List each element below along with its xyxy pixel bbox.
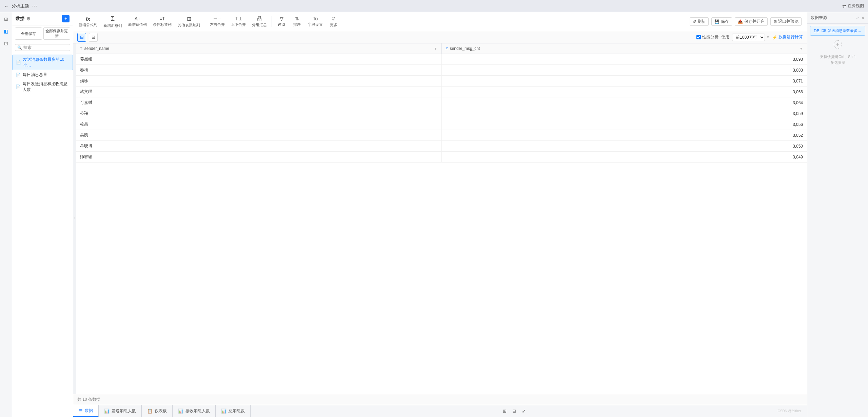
- dropdown-icon: ▼: [766, 35, 770, 39]
- add-agg-col-btn[interactable]: Σ 新增汇总列: [101, 14, 125, 30]
- table-footer: 共 10 条数据: [73, 394, 807, 405]
- table-row: 校昌3,056: [76, 119, 807, 130]
- filter-label: 过滤: [278, 22, 285, 27]
- other-icon: ⊞: [187, 16, 191, 22]
- cell-msg-cnt-7: 3,052: [441, 130, 807, 141]
- add-cond-label-btn[interactable]: ≡T 条件标签列: [150, 15, 174, 29]
- top-bar-right: ⇄ 血缘视图: [842, 3, 864, 9]
- file-item-1[interactable]: 📄 每日消息总量: [12, 70, 73, 79]
- lineage-btn[interactable]: ⇄ 血缘视图: [842, 3, 864, 9]
- filter-btn[interactable]: ▽ 过滤: [274, 15, 289, 29]
- drag-handle[interactable]: ⋮: [73, 43, 76, 394]
- tab-receive-label: 接收消息人数: [185, 408, 210, 414]
- formula-icon: fx: [86, 16, 90, 22]
- cell-msg-cnt-2: 3,071: [441, 76, 807, 87]
- table-view-btn[interactable]: ⊞: [77, 33, 86, 42]
- cell-msg-cnt-3: 3,066: [441, 87, 807, 97]
- tab-data[interactable]: ☰ 数据: [73, 405, 99, 417]
- sort-btn[interactable]: ⇅ 排序: [290, 15, 304, 29]
- sidebar-icon-data[interactable]: ◧: [2, 27, 10, 35]
- more-dots[interactable]: ⋯: [32, 3, 37, 9]
- tab-dashboard-label: 仪表板: [155, 408, 167, 414]
- sidebar-icon-home[interactable]: ⊞: [2, 15, 10, 23]
- sidebar-icon-chart[interactable]: ⊡: [2, 39, 10, 48]
- hint-sub: 多选资源: [811, 60, 865, 65]
- tab-receive-count[interactable]: 📊 接收消息人数: [173, 405, 216, 417]
- refresh-btn[interactable]: ↺ 刷新: [690, 17, 709, 26]
- merge-ud-btn[interactable]: ⊤⊥ 上下合并: [228, 15, 249, 29]
- cell-sender-name-2: 嫣珍: [76, 76, 441, 87]
- fullscreen-btn[interactable]: ⤢: [519, 407, 528, 416]
- group-summary-btn[interactable]: 品 分组汇总: [249, 14, 270, 29]
- th-sender-msg-cnt: # sender_msg_cnt ▼: [441, 43, 807, 54]
- save-btn[interactable]: 💾 保存: [711, 17, 732, 26]
- card-view-btn[interactable]: ⊟: [89, 33, 98, 42]
- add-dataset-button[interactable]: +: [62, 15, 70, 22]
- grid-view-btn[interactable]: ⊞: [500, 407, 509, 416]
- add-formula-col-btn[interactable]: fx 新增公式列: [76, 15, 100, 29]
- data-panel-title-text: 数据: [16, 16, 24, 22]
- filter-icon: ▽: [280, 16, 283, 21]
- cell-msg-cnt-6: 3,056: [441, 119, 807, 130]
- exit-preview-btn[interactable]: ⊠ 退出并预览: [770, 17, 802, 26]
- table-wrap: T sender_name ▼ # sender_msg_cnt ▼: [76, 43, 807, 394]
- exit-icon: ⊠: [773, 19, 777, 24]
- merge-lr-icon: ⊣⊢: [213, 16, 221, 21]
- group-icon: 品: [257, 16, 262, 22]
- cell-sender-name-4: 可嘉树: [76, 97, 441, 108]
- save-open-icon: 📤: [738, 19, 743, 24]
- performance-checkbox[interactable]: [696, 35, 701, 39]
- tab-dashboard[interactable]: 📋 仪表板: [142, 405, 173, 417]
- hint-title: 支持快捷键Ctrl、Shift: [811, 54, 865, 60]
- right-panel-db-item[interactable]: DB DB 发送消息条数最多的…: [810, 26, 865, 36]
- more-btn[interactable]: ☺ 更多: [326, 14, 341, 29]
- list-view-btn[interactable]: ⊟: [510, 407, 518, 416]
- rows-select[interactable]: 前1000万行 前100万行 前10万行 全部: [732, 34, 765, 41]
- cond-icon: ≡T: [159, 16, 165, 21]
- tab-send-count[interactable]: 📊 发送消息人数: [99, 405, 142, 417]
- cell-msg-cnt-1: 3,083: [441, 65, 807, 76]
- sort-icon-col0[interactable]: ▼: [434, 47, 437, 51]
- save-open-btn[interactable]: 📤 保存并开启: [735, 17, 768, 26]
- sort-icon-col1[interactable]: ▼: [800, 47, 803, 51]
- agg-icon: Σ: [111, 15, 115, 22]
- file-icon-0: 📄: [16, 60, 21, 65]
- refresh-icon: ↺: [693, 19, 696, 24]
- table-row: 养昆颉3,093: [76, 54, 807, 65]
- data-panel-settings-icon[interactable]: ⚙: [26, 16, 31, 21]
- other-label: 其他表添加列: [178, 23, 200, 28]
- add-assign-col-btn[interactable]: A+ 新增赋值列: [125, 15, 150, 29]
- db-item-label: DB 发送消息条数最多的…: [822, 28, 862, 33]
- right-panel: 数据来源 ⤢ ✕ DB DB 发送消息条数最多的… + 支持快捷键Ctrl、Sh…: [807, 12, 868, 417]
- close-icon[interactable]: ✕: [861, 16, 865, 20]
- save-all-button[interactable]: 全部保存: [15, 27, 42, 40]
- back-icon[interactable]: ←: [4, 3, 9, 9]
- table-row: 春梅3,083: [76, 65, 807, 76]
- file-item-0[interactable]: 📄 发送消息条数最多的10个…: [12, 55, 73, 70]
- save-all-update-button[interactable]: 全部保存并更新: [43, 27, 71, 40]
- cell-sender-name-6: 校昌: [76, 119, 441, 130]
- merge-ud-icon: ⊤⊥: [234, 16, 242, 21]
- sort-icon: ⇅: [295, 16, 299, 21]
- table-header-row: T sender_name ▼ # sender_msg_cnt ▼: [76, 43, 807, 54]
- calc-button[interactable]: ⚡ 数据进行计算: [772, 34, 803, 40]
- toolbar-right: ↺ 刷新 💾 保存 📤 保存并开启 ⊠ 退出并预览: [690, 17, 804, 26]
- lineage-icon: ⇄: [842, 3, 846, 9]
- tab-total[interactable]: 📊 总消息数: [216, 405, 251, 417]
- table-row: 帅睿诚3,049: [76, 152, 807, 163]
- field-settings-btn[interactable]: To 字段设置: [305, 15, 326, 29]
- search-row: 🔍: [12, 42, 73, 53]
- tab-data-icon: ☰: [79, 408, 83, 413]
- merge-lr-btn[interactable]: ⊣⊢ 左右合并: [207, 15, 228, 29]
- add-other-col-btn[interactable]: ⊞ 其他表添加列: [175, 14, 203, 29]
- tab-total-icon: 📊: [221, 409, 226, 414]
- add-source-btn[interactable]: +: [834, 40, 842, 49]
- table-row: 公翔3,059: [76, 108, 807, 119]
- merge-lr-label: 左右合并: [210, 22, 225, 27]
- performance-label[interactable]: 性能分析: [696, 34, 718, 40]
- search-input[interactable]: [23, 45, 68, 50]
- search-wrap: 🔍: [15, 44, 70, 51]
- file-item-2[interactable]: 📄 每日发送消息和接收消息人数: [12, 79, 73, 94]
- content-area: fx 新增公式列 Σ 新增汇总列 A+ 新增赋值列 ≡T 条件标签列 ⊞ 其他表…: [73, 12, 807, 417]
- expand-icon[interactable]: ⤢: [856, 16, 859, 20]
